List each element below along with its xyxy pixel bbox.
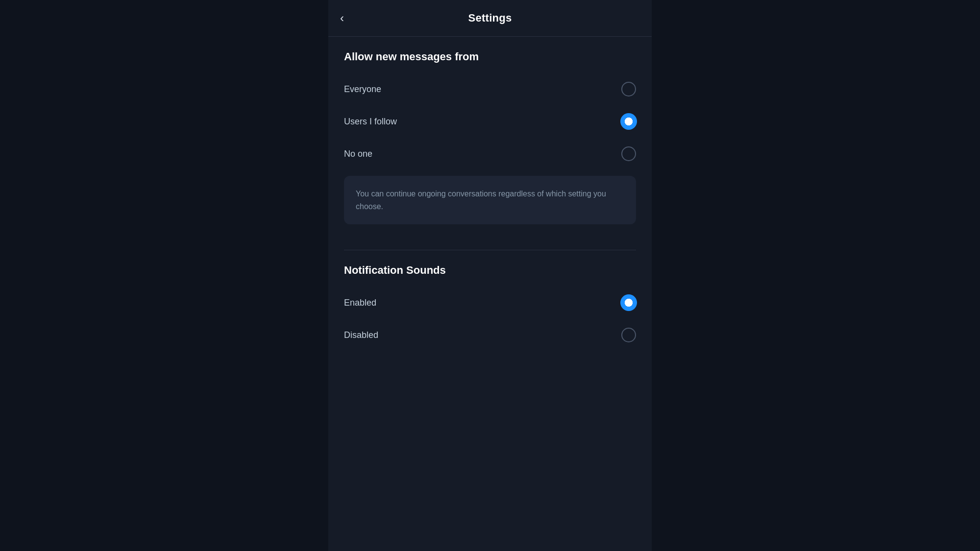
back-button[interactable]: ‹ — [340, 12, 344, 24]
sounds-section-title: Notification Sounds — [344, 264, 636, 277]
radio-label-no-one: No one — [344, 149, 372, 159]
page-title: Settings — [468, 12, 512, 24]
radio-label-users-i-follow: Users I follow — [344, 117, 397, 127]
radio-circle-enabled[interactable] — [621, 295, 636, 310]
radio-option-users-i-follow[interactable]: Users I follow — [344, 105, 636, 138]
app-container: ‹ Settings Allow new messages from Every… — [328, 0, 652, 551]
content: Allow new messages from Everyone Users I… — [328, 37, 652, 365]
radio-option-disabled[interactable]: Disabled — [344, 319, 636, 351]
radio-label-disabled: Disabled — [344, 330, 378, 340]
info-text: You can continue ongoing conversations r… — [356, 190, 606, 211]
radio-circle-disabled[interactable] — [621, 328, 636, 342]
sounds-section: Notification Sounds Enabled Disabled — [328, 250, 652, 365]
radio-circle-no-one[interactable] — [621, 146, 636, 161]
radio-circle-users-i-follow[interactable] — [621, 114, 636, 129]
messages-section: Allow new messages from Everyone Users I… — [328, 37, 652, 250]
radio-option-enabled[interactable]: Enabled — [344, 287, 636, 319]
info-box: You can continue ongoing conversations r… — [344, 176, 636, 224]
radio-option-everyone[interactable]: Everyone — [344, 73, 636, 105]
radio-label-everyone: Everyone — [344, 84, 381, 95]
header: ‹ Settings — [328, 0, 652, 37]
messages-section-title: Allow new messages from — [344, 50, 636, 63]
radio-label-enabled: Enabled — [344, 298, 376, 308]
radio-option-no-one[interactable]: No one — [344, 138, 636, 170]
radio-circle-everyone[interactable] — [621, 82, 636, 96]
